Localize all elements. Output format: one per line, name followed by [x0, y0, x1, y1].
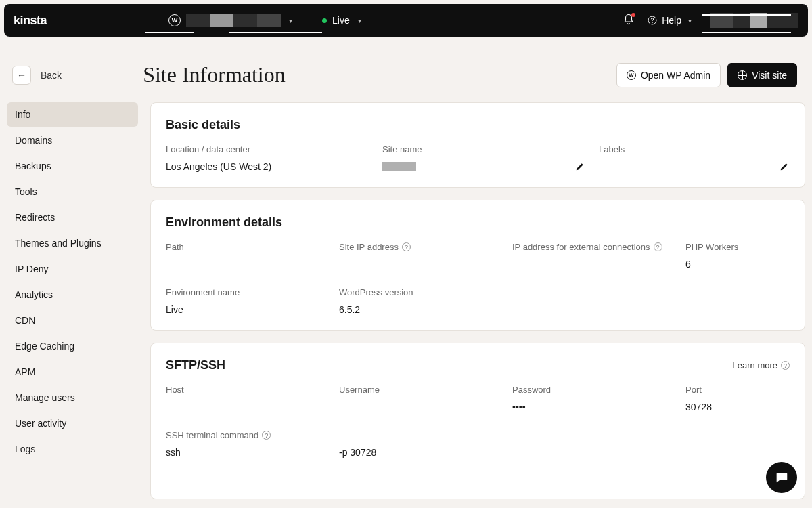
- wordpress-icon: [627, 70, 636, 80]
- host-label: Host: [166, 385, 325, 395]
- back-button[interactable]: [12, 66, 31, 85]
- location-label: Location / data center: [166, 144, 369, 154]
- info-icon[interactable]: [262, 431, 271, 440]
- notifications-button[interactable]: [623, 14, 635, 28]
- sidebar-item-themes-plugins[interactable]: Themes and Plugins: [7, 231, 138, 255]
- decorative-line: [145, 32, 194, 33]
- status-dot-icon: [322, 18, 327, 23]
- decorative-line: [702, 32, 791, 33]
- arrow-left-icon: [17, 70, 26, 81]
- location-value: Los Angeles (US West 2): [166, 161, 369, 172]
- site-switcher[interactable]: [168, 14, 295, 27]
- learn-more-link[interactable]: Learn more: [733, 360, 790, 371]
- site-ip-label: Site IP address: [339, 242, 499, 252]
- password-label: Password: [512, 385, 672, 395]
- site-ip-value: [339, 259, 499, 270]
- brand-logo[interactable]: kinsta: [14, 14, 47, 28]
- pencil-icon: [779, 161, 790, 172]
- chevron-down-icon: [688, 16, 692, 25]
- sftp-ssh-card: SFTP/SSH Learn more Host Username: [150, 343, 805, 499]
- sidebar-item-tools[interactable]: Tools: [7, 179, 138, 204]
- sidebar-item-backups[interactable]: Backups: [7, 154, 138, 178]
- env-details-title: Environment details: [166, 215, 790, 230]
- sidebar-item-user-activity[interactable]: User activity: [7, 411, 138, 436]
- notification-badge: [631, 13, 635, 17]
- site-name-redacted: [186, 14, 281, 27]
- sitename-label: Site name: [382, 144, 585, 154]
- username-value: [339, 402, 499, 412]
- ext-ip-value: [512, 259, 672, 270]
- edit-sitename-button[interactable]: [574, 161, 585, 172]
- path-value: [166, 259, 325, 270]
- chevron-down-icon: [289, 16, 292, 25]
- sidebar-item-apm[interactable]: APM: [7, 360, 138, 384]
- sidebar-item-ip-deny[interactable]: IP Deny: [7, 257, 138, 281]
- edit-labels-button[interactable]: [779, 161, 790, 172]
- port-label: Port: [685, 385, 790, 395]
- back-label[interactable]: Back: [41, 70, 62, 81]
- labels-label: Labels: [599, 144, 790, 154]
- environment-switcher[interactable]: Live: [322, 15, 364, 26]
- decorative-line: [702, 14, 791, 16]
- wp-version-label: WordPress version: [339, 287, 499, 297]
- env-label: Live: [332, 15, 350, 26]
- ssh-cmd-label: SSH terminal command: [166, 430, 325, 440]
- info-icon[interactable]: [402, 242, 411, 251]
- page-header: Back Site Information Open WP Admin Visi…: [0, 41, 812, 102]
- sidebar-item-redirects[interactable]: Redirects: [7, 205, 138, 230]
- sidebar-item-domains[interactable]: Domains: [7, 128, 138, 152]
- wordpress-icon: [168, 14, 181, 26]
- ssh-cmd-value-b: -p 30728: [339, 447, 499, 458]
- visit-site-button[interactable]: Visit site: [727, 63, 797, 87]
- sidebar-item-analytics[interactable]: Analytics: [7, 282, 138, 307]
- basic-details-title: Basic details: [166, 118, 790, 132]
- help-icon: [647, 15, 658, 26]
- chevron-down-icon: [358, 16, 361, 25]
- path-label: Path: [166, 242, 325, 252]
- open-wp-admin-button[interactable]: Open WP Admin: [616, 63, 721, 87]
- ext-ip-label: IP address for external connections: [512, 242, 672, 252]
- sidebar-item-logs[interactable]: Logs: [7, 437, 138, 461]
- env-name-value: Live: [166, 304, 325, 315]
- info-icon: [781, 361, 790, 370]
- env-name-label: Environment name: [166, 287, 325, 297]
- sidebar-item-info[interactable]: Info: [7, 102, 138, 127]
- decorative-line: [229, 32, 322, 33]
- php-workers-label: PHP Workers: [685, 242, 790, 252]
- environment-details-card: Environment details Path Site IP address…: [150, 200, 805, 331]
- sidebar-nav: Info Domains Backups Tools Redirects The…: [7, 102, 138, 499]
- visit-site-label: Visit site: [752, 70, 787, 81]
- support-chat-button[interactable]: [766, 462, 797, 493]
- info-icon[interactable]: [654, 242, 662, 251]
- wp-version-value: 6.5.2: [339, 304, 499, 315]
- svg-point-1: [652, 22, 653, 23]
- open-wp-admin-label: Open WP Admin: [641, 70, 710, 81]
- page-title: Site Information: [143, 62, 286, 87]
- chat-icon: [774, 470, 789, 485]
- sidebar-item-cdn[interactable]: CDN: [7, 308, 138, 333]
- globe-icon: [738, 70, 747, 80]
- sftp-title: SFTP/SSH: [166, 358, 225, 373]
- sidebar-item-edge-caching[interactable]: Edge Caching: [7, 334, 138, 358]
- help-label: Help: [662, 15, 681, 26]
- sitename-value-redacted: [382, 162, 416, 171]
- help-menu[interactable]: Help: [647, 15, 694, 26]
- sidebar-item-manage-users[interactable]: Manage users: [7, 385, 138, 410]
- host-value: [166, 402, 325, 412]
- username-label: Username: [339, 385, 499, 395]
- port-value: 30728: [685, 402, 790, 412]
- topbar: kinsta Live Help: [4, 4, 808, 37]
- pencil-icon: [574, 161, 585, 172]
- ssh-cmd-value-a: ssh: [166, 447, 325, 458]
- basic-details-card: Basic details Location / data center Los…: [150, 102, 805, 188]
- password-value: ••••: [512, 402, 672, 412]
- php-workers-value: 6: [685, 259, 790, 270]
